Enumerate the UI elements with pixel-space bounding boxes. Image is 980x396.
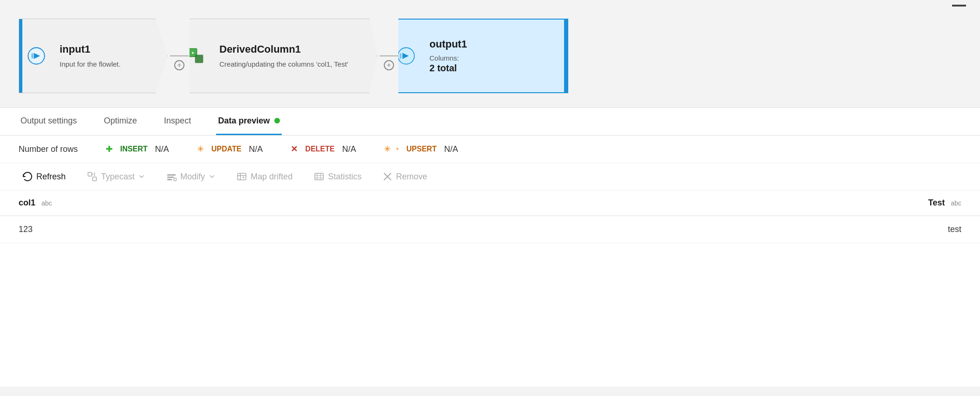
svg-rect-3 <box>32 53 33 58</box>
derived-node-title: DerivedColumn1 <box>219 43 368 55</box>
connector-2: + <box>377 55 401 56</box>
stat-rows: Number of rows <box>19 144 78 154</box>
table-row: 123 test <box>0 216 980 243</box>
tab-output-settings[interactable]: Output settings <box>19 108 79 135</box>
update-value: N/A <box>249 144 263 154</box>
typecast-icon <box>87 171 97 182</box>
input-node-title: input1 <box>60 43 158 55</box>
output-node[interactable]: output1 Columns: 2 total <box>391 19 568 93</box>
input-node-icon <box>22 19 50 93</box>
insert-value: N/A <box>155 144 169 154</box>
svg-rect-11 <box>88 172 92 176</box>
stats-row: Number of rows ✚ INSERT N/A ✳ UPDATE N/A… <box>0 136 980 163</box>
map-drifted-icon <box>237 171 247 182</box>
modify-chevron-icon <box>209 173 215 180</box>
delete-value: N/A <box>342 144 356 154</box>
node-accent-bar <box>19 19 22 93</box>
upsert-icon: ✳ <box>384 144 391 154</box>
svg-rect-17 <box>167 179 172 180</box>
statistics-icon <box>314 171 324 182</box>
connector-line-2: + <box>380 55 398 56</box>
data-table: col1 abc Test abc 123 test <box>0 191 980 243</box>
stat-update: ✳ UPDATE N/A <box>197 144 263 154</box>
table-header-row: col1 abc Test abc <box>0 191 980 216</box>
minimize-button[interactable] <box>952 5 966 7</box>
tab-active-dot <box>274 118 280 123</box>
update-label: UPDATE <box>209 144 245 154</box>
output-node-content: output1 Columns: 2 total <box>420 20 564 92</box>
stat-insert: ✚ INSERT N/A <box>106 144 169 154</box>
svg-rect-12 <box>93 177 96 181</box>
refresh-button[interactable]: Refresh <box>19 170 69 184</box>
pipeline-canvas: input1 Input for the flowlet. + DerivedC… <box>0 0 980 107</box>
statistics-button[interactable]: Statistics <box>310 170 365 184</box>
upsert-value: N/A <box>444 144 458 154</box>
col1-name: col1 <box>19 198 35 207</box>
bottom-panel: Output settings Optimize Inspect Data pr… <box>0 107 980 387</box>
stat-delete: ✕ DELETE N/A <box>291 144 356 154</box>
cell-col1: 123 <box>0 216 490 243</box>
tabs-row: Output settings Optimize Inspect Data pr… <box>0 108 980 136</box>
typecast-chevron-icon <box>138 173 145 180</box>
svg-rect-16 <box>167 177 174 178</box>
connector-1: + <box>168 55 191 56</box>
test-name: Test <box>928 198 945 207</box>
upsert-label: UPSERT <box>404 144 440 154</box>
input-node-desc: Input for the flowlet. <box>60 59 158 69</box>
svg-rect-20 <box>238 173 246 180</box>
tab-data-preview[interactable]: Data preview <box>216 108 282 135</box>
svg-rect-6 <box>195 55 204 63</box>
insert-icon: ✚ <box>106 144 113 154</box>
svg-rect-23 <box>315 173 323 180</box>
col-header-col1: col1 abc <box>0 191 490 216</box>
modify-button[interactable]: Modify <box>163 170 219 184</box>
update-icon: ✳ <box>197 144 204 154</box>
tab-inspect[interactable]: Inspect <box>162 108 193 135</box>
derived-node-content: DerivedColumn1 Creating/updating the col… <box>210 19 377 93</box>
delete-icon: ✕ <box>291 144 298 154</box>
tab-optimize[interactable]: Optimize <box>102 108 139 135</box>
rows-label: Number of rows <box>19 144 78 154</box>
input-node-content: input1 Input for the flowlet. <box>50 19 167 93</box>
remove-button[interactable]: Remove <box>379 170 431 184</box>
cell-test: test <box>490 216 980 243</box>
insert-label: INSERT <box>117 144 150 154</box>
col1-type: abc <box>41 199 52 207</box>
output-accent-bar-right <box>564 20 567 92</box>
test-type: abc <box>951 199 961 207</box>
connector-line-1: + <box>170 55 189 56</box>
refresh-icon <box>22 171 33 182</box>
modify-icon <box>166 171 177 182</box>
derived-node[interactable]: DerivedColumn1 Creating/updating the col… <box>182 19 377 93</box>
output-columns-value: 2 total <box>429 63 555 74</box>
typecast-button[interactable]: Typecast <box>83 170 149 184</box>
connector-plus-2[interactable]: + <box>384 60 394 70</box>
output-columns-label: Columns: <box>429 54 555 62</box>
connector-plus-1[interactable]: + <box>174 60 184 70</box>
output-node-title: output1 <box>429 38 555 50</box>
col-header-test: Test abc <box>490 191 980 216</box>
svg-line-19 <box>176 180 177 181</box>
stat-upsert: ✳ + UPSERT N/A <box>384 144 458 154</box>
delete-label: DELETE <box>302 144 337 154</box>
remove-icon <box>383 172 392 181</box>
input-node[interactable]: input1 Input for the flowlet. <box>19 19 168 93</box>
map-drifted-button[interactable]: Map drifted <box>233 170 296 184</box>
derived-node-desc: Creating/updating the columns 'col1, Tes… <box>219 59 368 69</box>
svg-rect-15 <box>167 174 176 176</box>
toolbar-row: Refresh Typecast Modify <box>0 163 980 191</box>
